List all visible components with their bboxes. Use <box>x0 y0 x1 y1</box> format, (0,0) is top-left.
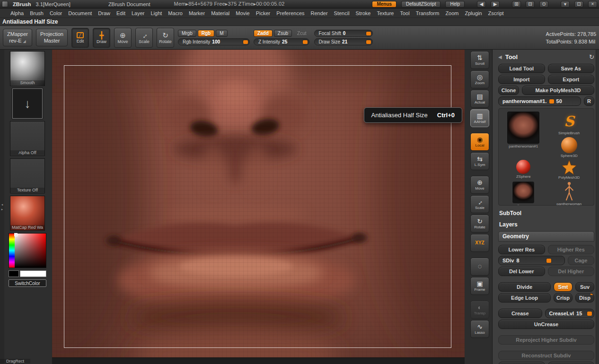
m-button[interactable]: M <box>216 30 227 37</box>
menu-item[interactable]: Alpha <box>8 9 26 17</box>
current-tool-slider[interactable]: pantherwoman#1. 50 <box>498 96 581 106</box>
menu-item[interactable]: Zplugin <box>462 9 485 17</box>
lower-res-button[interactable]: Lower Res <box>498 245 545 254</box>
primary-color-swatch[interactable] <box>20 270 46 277</box>
scale-mode-button[interactable]: ↔ Scale <box>135 28 153 48</box>
local-button[interactable]: ◉ Local <box>470 133 489 151</box>
material-selector[interactable]: MatCap Red Wa <box>10 196 45 231</box>
cage-button[interactable]: Cage <box>568 256 594 265</box>
section-geometry[interactable]: Geometry <box>498 231 594 242</box>
clone-button[interactable]: Clone <box>498 86 519 95</box>
secondary-color-swatch[interactable] <box>9 270 19 277</box>
move-3d-button[interactable]: ⊕ Move <box>470 176 489 194</box>
frame-button[interactable]: ▣ Frame <box>470 277 489 295</box>
menu-item[interactable]: Tool <box>397 9 412 17</box>
r-button[interactable]: R <box>584 96 594 106</box>
menu-item[interactable]: Edit <box>114 9 128 17</box>
zcut-button[interactable]: Zcut <box>293 30 310 37</box>
tool-item-zsphere[interactable]: ZSphere <box>516 160 531 180</box>
insert-mesh-button[interactable]: InsertMesh <box>548 362 595 364</box>
menu-item[interactable]: Preferences <box>273 9 307 17</box>
reconstruct-button[interactable]: Reconstruct Subdiv <box>498 351 594 360</box>
lsym-button[interactable]: ⇆ L.Sym <box>470 152 489 170</box>
zadd-button[interactable]: Zadd <box>254 30 273 37</box>
aa-half-button[interactable]: ▥ AAHalf <box>470 109 489 127</box>
menu-item[interactable]: Zscript <box>485 9 507 17</box>
menu-item[interactable]: Zoom <box>442 9 461 17</box>
menu-item[interactable]: Picker <box>253 9 273 17</box>
del-hidden-button[interactable]: DelHidden <box>498 362 545 364</box>
minimize-icon[interactable]: ▾ <box>561 1 570 8</box>
rotate-3d-button[interactable]: ↻ Rotate <box>470 215 489 233</box>
slider-handle[interactable] <box>366 40 371 44</box>
restore-config-icon[interactable]: ↻ <box>589 53 594 61</box>
actual-size-button[interactable]: ▤ Actual <box>470 90 489 108</box>
hue-strip[interactable] <box>9 234 15 268</box>
menu-item[interactable]: Draw <box>95 9 113 17</box>
collapse-left-icon[interactable]: ◂ <box>1 203 3 207</box>
restore-icon[interactable]: ⊡ <box>574 1 583 8</box>
menu-item[interactable]: Marker <box>186 9 208 17</box>
section-layers[interactable]: Layers <box>498 219 594 230</box>
scroll-button[interactable]: ⇅ Scroll <box>470 51 489 69</box>
pivot-button[interactable]: ◌ <box>470 258 489 276</box>
texture-selector[interactable]: Texture Off <box>10 158 45 193</box>
help-button[interactable]: Help <box>445 1 465 8</box>
smt-toggle[interactable]: Smt <box>554 282 573 292</box>
menu-item[interactable]: Stencil <box>331 9 352 17</box>
scale-3d-button[interactable]: ↔ Scale <box>470 195 489 213</box>
menu-item[interactable]: Texture <box>374 9 396 17</box>
suv-toggle[interactable]: Suv <box>575 282 594 292</box>
focal-shift-slider[interactable]: Focal Shift 0 <box>314 30 373 37</box>
menu-item[interactable]: Movie <box>233 9 252 17</box>
edit-mode-button[interactable]: ╱ Edit <box>71 28 89 48</box>
menu-item[interactable]: Document <box>65 9 95 17</box>
switch-color-button[interactable]: SwitchColor <box>9 279 46 287</box>
xyz-button[interactable]: XYZ <box>470 234 489 252</box>
menu-item[interactable]: Brush <box>27 9 46 17</box>
crisp-toggle[interactable]: Crisp <box>554 293 573 303</box>
lock-icon[interactable]: ⊙ <box>539 1 548 8</box>
menu-item[interactable]: Color <box>47 9 65 17</box>
menu-item[interactable]: Layer <box>129 9 148 17</box>
zsub-button[interactable]: Zsub <box>274 30 292 37</box>
del-lower-button[interactable]: Del Lower <box>498 267 545 276</box>
section-subtool[interactable]: SubTool <box>498 208 594 219</box>
import-button[interactable]: Import <box>498 75 545 84</box>
copy-document-icon[interactable]: ⊞ <box>512 1 521 8</box>
z-intensity-slider[interactable]: Z Intensity 25 <box>254 38 309 45</box>
slider-handle[interactable] <box>303 40 308 44</box>
del-higher-button[interactable]: Del Higher <box>548 267 595 276</box>
alpha-selector[interactable]: Alpha Off <box>10 121 45 156</box>
crease-button[interactable]: Crease <box>498 309 542 318</box>
panel-scrollbar[interactable] <box>596 50 599 364</box>
menus-button[interactable]: Menus <box>372 1 396 8</box>
default-zscript-button[interactable]: DefaultZScript <box>401 1 440 8</box>
rgb-intensity-slider[interactable]: Rgb Intensity 100 <box>178 38 250 45</box>
uncrease-button[interactable]: UnCrease <box>498 320 594 329</box>
tool-item-polymesh3d[interactable]: PolyMesh3D <box>558 160 580 180</box>
draw-mode-button[interactable]: ╋ Draw <box>93 28 110 48</box>
crease-lvl-slider[interactable]: CreaseLvl 15 <box>545 309 595 318</box>
brush-selector[interactable]: Smooth <box>10 51 45 86</box>
export-button[interactable]: Export <box>548 75 595 84</box>
menu-item[interactable]: Material <box>208 9 232 17</box>
color-picker[interactable] <box>9 233 46 268</box>
sdiv-slider[interactable]: SDiv 8 <box>498 256 565 265</box>
slider-handle[interactable] <box>243 40 248 44</box>
tool-item-pantherwoman-figure[interactable]: pantherwoman <box>556 182 581 206</box>
collapse-panel-icon[interactable]: ◀ <box>498 54 502 60</box>
rgb-button[interactable]: Rgb <box>198 30 214 37</box>
left-divider-rail[interactable]: ◂ ▸ <box>0 50 4 364</box>
projection-master-button[interactable]: Projection Master <box>36 29 68 46</box>
zmapper-button[interactable]: ZMapper rev-E◢ <box>3 29 32 46</box>
divide-button[interactable]: Divide <box>498 282 551 292</box>
make-polymesh3d-button[interactable]: Make PolyMesh3D <box>522 86 594 95</box>
load-tool-button[interactable]: Load Tool <box>498 64 545 73</box>
higher-res-button[interactable]: Higher Res <box>548 245 595 254</box>
scroll-right-icon[interactable]: ▶ <box>491 1 500 8</box>
mrgb-button[interactable]: Mrgb <box>178 30 196 37</box>
menu-item[interactable]: Render <box>308 9 331 17</box>
paste-document-icon[interactable]: ⊟ <box>526 1 535 8</box>
tool-item-active[interactable]: pantherwoman#1 <box>507 112 539 158</box>
